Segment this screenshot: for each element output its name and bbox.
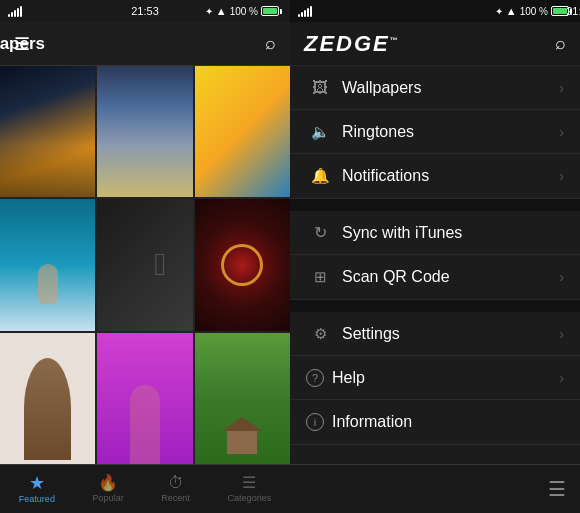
menu-item-scan-qr[interactable]: ⊞ Scan QR Code › xyxy=(290,255,580,299)
grid-cell-1[interactable] xyxy=(0,66,95,197)
search-icon[interactable]: ⌕ xyxy=(265,33,276,54)
menu-item-notifications[interactable]: 🔔 Notifications › xyxy=(290,154,580,198)
apple-logo-icon:  xyxy=(154,246,166,283)
tab-featured-label: Featured xyxy=(19,494,55,504)
grid-cell-2[interactable] xyxy=(97,66,192,197)
chevron-right-icon-6: › xyxy=(559,370,564,386)
fire-icon: 🔥 xyxy=(98,475,118,491)
notifications-icon: 🔔 xyxy=(306,167,334,185)
right-tab-bar: ☰ xyxy=(290,464,580,513)
menu-item-ringtones[interactable]: 🔈 Ringtones › xyxy=(290,110,580,154)
left-panel: 21:53 ✦ ▲ 100 % ☰ Wallpapers ⌕  xyxy=(0,0,290,513)
tab-popular[interactable]: 🔥 Popular xyxy=(93,475,124,503)
left-status-icons: ✦ ▲ 100 % xyxy=(205,5,282,17)
right-nav-bar: ZEDGE™ ⌕ xyxy=(290,22,580,66)
menu-item-help[interactable]: ? Help › xyxy=(290,356,580,400)
grid-cell-4[interactable] xyxy=(0,199,95,330)
star-icon: ★ xyxy=(29,474,45,492)
menu-divider-2 xyxy=(290,300,580,312)
menu-item-wallpapers-label: Wallpapers xyxy=(342,79,559,97)
tab-recent[interactable]: ⏱ Recent xyxy=(161,475,190,503)
grid-cell-3[interactable] xyxy=(195,66,290,197)
left-status-bar: 21:53 ✦ ▲ 100 % xyxy=(0,0,290,22)
menu-item-scan-label: Scan QR Code xyxy=(342,268,559,286)
right-status-bar: 21:53 ✦ ▲ 100 % xyxy=(290,0,580,22)
right-categories-icon[interactable]: ☰ xyxy=(548,477,566,501)
bluetooth-icon: ✦ xyxy=(205,6,213,17)
categories-icon: ☰ xyxy=(242,475,256,491)
menu-list: 🖼 Wallpapers › 🔈 Ringtones › 🔔 Notificat… xyxy=(290,66,580,464)
menu-item-information[interactable]: i Information xyxy=(290,400,580,444)
tab-recent-label: Recent xyxy=(161,493,190,503)
menu-section-3: ⚙ Settings › ? Help › i Information xyxy=(290,312,580,445)
ringtones-icon: 🔈 xyxy=(306,123,334,141)
left-status-signal xyxy=(8,5,22,17)
menu-item-wallpapers[interactable]: 🖼 Wallpapers › xyxy=(290,66,580,110)
menu-item-information-label: Information xyxy=(332,413,564,431)
menu-item-settings-label: Settings xyxy=(342,325,559,343)
help-icon: ? xyxy=(306,369,324,387)
figure-icon xyxy=(24,358,72,460)
signal-icon xyxy=(8,5,22,17)
tab-popular-label: Popular xyxy=(93,493,124,503)
chevron-right-icon-5: › xyxy=(559,326,564,342)
menu-section-1: 🖼 Wallpapers › 🔈 Ringtones › 🔔 Notificat… xyxy=(290,66,580,199)
menu-item-sync-label: Sync with iTunes xyxy=(342,224,564,242)
qr-icon: ⊞ xyxy=(306,268,334,286)
battery-icon xyxy=(261,6,282,16)
left-nav-bar: ☰ Wallpapers ⌕ xyxy=(0,22,290,66)
wifi-icon: ▲ xyxy=(216,5,227,17)
right-status-signal xyxy=(298,5,312,17)
menu-item-notifications-label: Notifications xyxy=(342,167,559,185)
chevron-right-icon: › xyxy=(559,80,564,96)
right-signal-icon xyxy=(298,5,312,17)
wallpapers-icon: 🖼 xyxy=(306,79,334,97)
grid-cell-7[interactable] xyxy=(0,333,95,464)
tab-bar: ★ Featured 🔥 Popular ⏱ Recent ☰ Categori… xyxy=(0,464,290,513)
menu-item-ringtones-label: Ringtones xyxy=(342,123,559,141)
tab-featured[interactable]: ★ Featured xyxy=(19,474,55,504)
menu-divider-1 xyxy=(290,199,580,211)
tab-categories-label: Categories xyxy=(228,493,272,503)
sync-icon: ↻ xyxy=(306,223,334,242)
clock-icon: ⏱ xyxy=(168,475,184,491)
right-panel: 21:53 ✦ ▲ 100 % ZEDGE™ ⌕ 🖼 Wallpapers › xyxy=(290,0,580,513)
chevron-right-icon-2: › xyxy=(559,124,564,140)
chevron-right-icon-4: › xyxy=(559,269,564,285)
right-battery-icon xyxy=(551,6,572,16)
grid-cell-6[interactable] xyxy=(195,199,290,330)
right-search-icon[interactable]: ⌕ xyxy=(555,33,566,54)
left-status-time: 21:53 xyxy=(131,5,159,17)
wallpaper-grid:  xyxy=(0,66,290,464)
menu-item-help-label: Help xyxy=(332,369,559,387)
information-icon: i xyxy=(306,413,324,431)
tab-categories[interactable]: ☰ Categories xyxy=(228,475,272,503)
menu-item-settings[interactable]: ⚙ Settings › xyxy=(290,312,580,356)
zedge-logo: ZEDGE™ xyxy=(304,31,400,57)
menu-item-sync-itunes[interactable]: ↻ Sync with iTunes xyxy=(290,211,580,255)
settings-icon: ⚙ xyxy=(306,325,334,343)
grid-cell-9[interactable] xyxy=(195,333,290,464)
page-title: Wallpapers xyxy=(0,34,145,54)
chevron-right-icon-3: › xyxy=(559,168,564,184)
battery-percent: 100 % xyxy=(230,6,258,17)
grid-cell-5[interactable]:  xyxy=(97,199,192,330)
menu-section-2: ↻ Sync with iTunes ⊞ Scan QR Code › xyxy=(290,211,580,300)
grid-cell-8[interactable] xyxy=(97,333,192,464)
